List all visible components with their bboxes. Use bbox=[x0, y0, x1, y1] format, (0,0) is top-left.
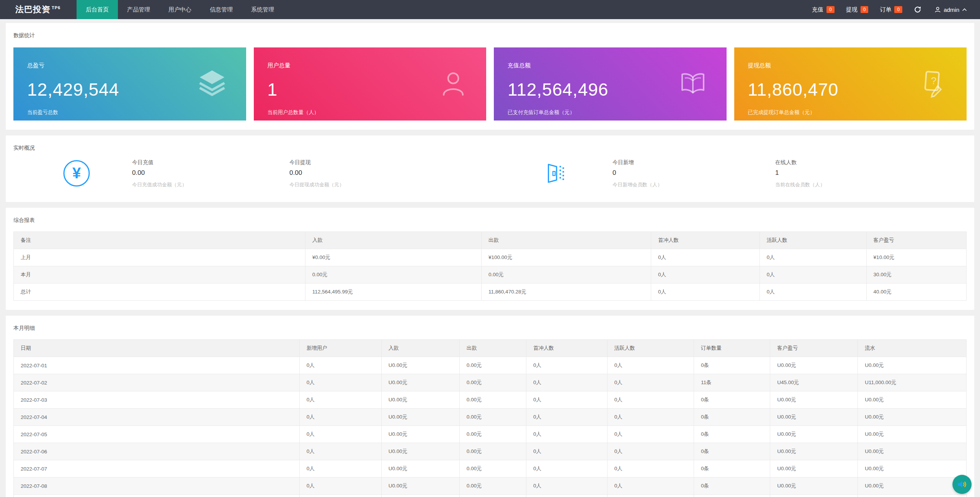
nav-item-users[interactable]: 用户中心 bbox=[159, 0, 201, 19]
table-cell: 0.00元 bbox=[459, 426, 526, 443]
report-table: 备注入款出款首冲人数活跃人数客户盈亏上月¥0.00元¥100.00元0人0人¥1… bbox=[13, 231, 967, 301]
yen-circle-icon: ¥ bbox=[62, 159, 91, 189]
open-book-icon bbox=[677, 67, 709, 101]
column-header: 备注 bbox=[14, 232, 305, 249]
nav-item-products[interactable]: 产品管理 bbox=[118, 0, 159, 19]
table-cell: 0人 bbox=[607, 477, 694, 495]
nav-item-dashboard[interactable]: 后台首页 bbox=[77, 0, 118, 19]
stat-sublabel: 当前在线会员数（人） bbox=[775, 181, 825, 188]
table-cell: U45.00元 bbox=[770, 374, 858, 391]
table-cell: 0.00元 bbox=[459, 477, 526, 495]
document-question-icon: ? bbox=[917, 67, 949, 101]
stat-sublabel: 今日充值成功金额（元） bbox=[132, 181, 187, 188]
table-cell: 2022-07-05 bbox=[14, 426, 300, 443]
table-row: 2022-07-060人U0.00元0.00元0人0人0条U0.00元U0.00… bbox=[14, 443, 967, 460]
layers-icon bbox=[196, 67, 229, 101]
table-cell: U0.00元 bbox=[770, 426, 858, 443]
table-cell: 0人 bbox=[607, 426, 694, 443]
chevron-up-icon bbox=[962, 8, 967, 11]
table-cell: U0.00元 bbox=[858, 443, 967, 460]
table-cell: 0条 bbox=[694, 443, 770, 460]
table-cell: 0.00元 bbox=[459, 391, 526, 409]
table-cell: U0.00元 bbox=[381, 391, 459, 409]
card-total-withdraw[interactable]: 提现总额 11,860,470 已完成提现订单总金额（元） ? bbox=[734, 47, 967, 121]
table-cell: U0.00元 bbox=[858, 477, 967, 495]
table-cell: 0人 bbox=[760, 266, 866, 284]
table-cell: U0.00元 bbox=[770, 460, 858, 477]
card-total-profit[interactable]: 总盈亏 12,429,544 当前盈亏总数 bbox=[13, 47, 246, 121]
table-cell: 0条 bbox=[694, 391, 770, 409]
table-cell: 2022-07-03 bbox=[14, 391, 300, 409]
refresh-icon[interactable] bbox=[914, 6, 921, 13]
stat-value: 0.00 bbox=[132, 169, 187, 177]
table-cell: U0.00元 bbox=[381, 426, 459, 443]
nav-item-info[interactable]: 信息管理 bbox=[201, 0, 242, 19]
table-cell: 0人 bbox=[299, 409, 381, 426]
table-cell: 0人 bbox=[607, 357, 694, 374]
table-cell: 0人 bbox=[526, 391, 608, 409]
withdraw-link[interactable]: 提现 0 bbox=[846, 6, 869, 13]
table-cell: 0人 bbox=[526, 409, 608, 426]
table-cell: 0人 bbox=[760, 284, 866, 301]
table-cell: 2022-07-04 bbox=[14, 409, 300, 426]
table-cell: 0条 bbox=[694, 409, 770, 426]
table-cell: 0人 bbox=[526, 426, 608, 443]
card-sublabel: 已完成提现订单总金额（元） bbox=[748, 109, 967, 116]
sound-toggle-button[interactable] bbox=[952, 475, 972, 494]
recharge-link[interactable]: 充值 0 bbox=[812, 6, 835, 13]
card-total-users[interactable]: 用户总量 1 当前用户总数量（人） bbox=[254, 47, 487, 121]
order-link[interactable]: 订单 0 bbox=[880, 6, 902, 13]
table-cell: 0人 bbox=[607, 391, 694, 409]
table-cell: 0.00元 bbox=[482, 266, 651, 284]
table-cell: U0.00元 bbox=[770, 391, 858, 409]
table-cell: U0.00元 bbox=[381, 409, 459, 426]
user-menu[interactable]: admin bbox=[934, 7, 967, 13]
table-row: 2022-07-010人U0.00元0.00元0人0人0条U0.00元U0.00… bbox=[14, 357, 967, 374]
table-row: 2022-07-040人U0.00元0.00元0人0人0条U0.00元U0.00… bbox=[14, 409, 967, 426]
order-label: 订单 bbox=[880, 6, 891, 13]
stat-sublabel: 今日新增会员数（人） bbox=[612, 181, 662, 188]
table-cell: 0人 bbox=[607, 374, 694, 391]
table-cell: 0条 bbox=[694, 495, 770, 497]
stat-today-new: 今日新增 0 今日新增会员数（人） bbox=[612, 159, 662, 188]
table-cell: 0人 bbox=[299, 391, 381, 409]
table-cell: 0人 bbox=[526, 374, 608, 391]
app-logo[interactable]: 法巴投资TP6 bbox=[0, 4, 77, 15]
column-header: 流水 bbox=[858, 340, 967, 357]
card-sublabel: 已支付充值订单总金额（元） bbox=[508, 109, 727, 116]
table-cell: 0人 bbox=[651, 266, 760, 284]
table-cell: 0人 bbox=[607, 495, 694, 497]
table-cell: 11,860,470.28元 bbox=[482, 284, 651, 301]
table-cell: 0人 bbox=[526, 477, 608, 495]
stat-online-users: 在线人数 1 当前在线会员数（人） bbox=[775, 159, 825, 188]
table-cell: 11条 bbox=[694, 374, 770, 391]
table-cell: U0.00元 bbox=[858, 495, 967, 497]
table-cell: 0条 bbox=[694, 460, 770, 477]
table-cell: 0人 bbox=[526, 460, 608, 477]
table-cell: 0人 bbox=[607, 460, 694, 477]
table-row: 总计112,564,495.99元11,860,470.28元0人0人40.00… bbox=[14, 284, 967, 301]
table-cell: 2022-07-01 bbox=[14, 357, 300, 374]
table-row: 本月0.00元0.00元0人0人30.00元 bbox=[14, 266, 967, 284]
table-cell: 0.00元 bbox=[459, 374, 526, 391]
table-row: 2022-07-020人U0.00元0.00元0人0人11条U45.00元U11… bbox=[14, 374, 967, 391]
main-menu: 后台首页 产品管理 用户中心 信息管理 系统管理 bbox=[77, 0, 283, 19]
withdraw-badge: 0 bbox=[861, 6, 869, 13]
stat-sublabel: 今日提现成功金额（元） bbox=[289, 181, 344, 188]
realtime-body: ¥ 今日充值 0.00 今日充值成功金额（元） 今日提现 0.00 今日提现成功… bbox=[13, 158, 967, 194]
nav-item-system[interactable]: 系统管理 bbox=[242, 0, 283, 19]
card-total-recharge[interactable]: 充值总额 112,564,496 已支付充值订单总金额（元） bbox=[494, 47, 727, 121]
stats-panel-title: 数据统计 bbox=[13, 32, 967, 39]
table-cell: U0.00元 bbox=[381, 460, 459, 477]
column-header: 日期 bbox=[14, 340, 300, 357]
table-cell: U0.00元 bbox=[381, 477, 459, 495]
logo-version: TP6 bbox=[52, 5, 60, 10]
column-header: 首冲人数 bbox=[651, 232, 760, 249]
stat-today-recharge: 今日充值 0.00 今日充值成功金额（元） bbox=[132, 159, 187, 188]
table-cell: 0.00元 bbox=[459, 460, 526, 477]
stat-title: 今日提现 bbox=[289, 159, 344, 166]
column-header: 活跃人数 bbox=[760, 232, 866, 249]
table-cell: U0.00元 bbox=[770, 477, 858, 495]
column-header: 入款 bbox=[305, 232, 481, 249]
table-cell: 0条 bbox=[694, 477, 770, 495]
